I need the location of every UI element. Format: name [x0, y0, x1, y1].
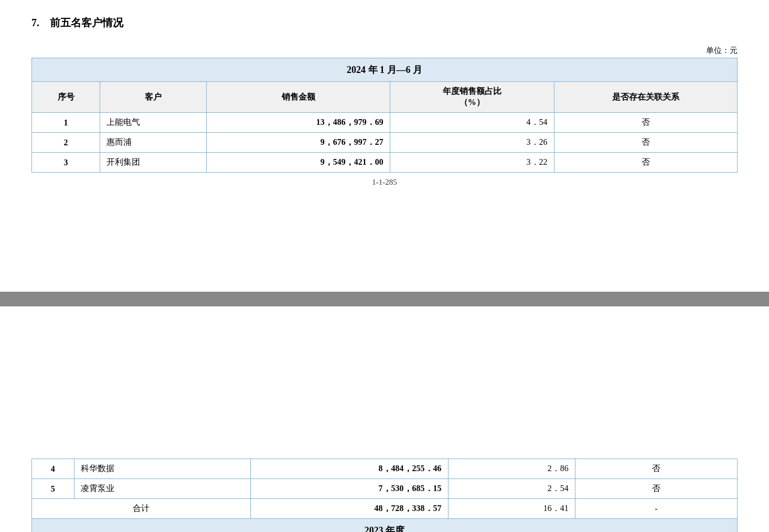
row3-amount: 9，549，421．00	[207, 153, 390, 173]
row1-relation: 否	[554, 113, 737, 133]
row2-relation: 否	[554, 133, 737, 153]
row4-pct: 2．86	[448, 459, 575, 479]
row4-relation: 否	[575, 459, 737, 479]
col-header-relation: 是否存在关联关系	[554, 82, 737, 113]
table-row: 2 惠而浦 9，676，997．27 3．26 否	[32, 133, 738, 153]
section-title: 7. 前五名客户情况	[31, 16, 738, 30]
period-header-row: 2024 年 1 月—6 月	[32, 58, 738, 82]
row1-customer: 上能电气	[100, 113, 207, 133]
page-container: 7. 前五名客户情况 单位：元 2024 年 1 月—6 月 序号 客户 销售金…	[0, 0, 769, 532]
page-indicator: 1-1-285	[31, 178, 738, 187]
table-row: 3 开利集团 9，549，421．00 3．22 否	[32, 153, 738, 173]
next-period-row: 2023 年度	[32, 519, 738, 533]
bottom-section: 4 科华数据 8，484，255．46 2．86 否 5 凌霄泵业 7，530，…	[31, 459, 738, 532]
col-header-num: 序号	[32, 82, 100, 113]
table-2024: 2024 年 1 月—6 月 序号 客户 销售金额 年度销售额占比（%） 是否存…	[31, 58, 738, 173]
table-row: 4 科华数据 8，484，255．46 2．86 否	[32, 459, 738, 479]
row4-customer: 科华数据	[74, 459, 250, 479]
row5-customer: 凌霄泵业	[74, 479, 250, 499]
row5-amount: 7，530，685．15	[250, 479, 448, 499]
row2-pct: 3．26	[390, 133, 554, 153]
row1-pct: 4．54	[390, 113, 554, 133]
next-period-label: 2023 年度	[32, 519, 738, 533]
row2-num: 2	[32, 133, 100, 153]
col-header-amount: 销售金额	[207, 82, 390, 113]
section-title-text: 前五名客户情况	[50, 16, 123, 30]
col-header-row: 序号 客户 销售金额 年度销售额占比（%） 是否存在关联关系	[32, 82, 738, 113]
row4-amount: 8，484，255．46	[250, 459, 448, 479]
row3-num: 3	[32, 153, 100, 173]
total-relation: -	[575, 499, 737, 519]
row5-num: 5	[32, 479, 74, 499]
row2-amount: 9，676，997．27	[207, 133, 390, 153]
row5-pct: 2．54	[448, 479, 575, 499]
total-row: 合计 48，728，338．57 16．41 -	[32, 499, 738, 519]
gray-divider	[0, 292, 769, 306]
spacer-middle	[31, 306, 738, 443]
total-label: 合计	[32, 499, 251, 519]
table-row: 5 凌霄泵业 7，530，685．15 2．54 否	[32, 479, 738, 499]
col-header-pct: 年度销售额占比（%）	[390, 82, 554, 113]
row2-customer: 惠而浦	[100, 133, 207, 153]
row3-pct: 3．22	[390, 153, 554, 173]
unit-label: 单位：元	[31, 46, 738, 56]
total-pct: 16．41	[448, 499, 575, 519]
spacer-top	[31, 187, 738, 292]
period-header: 2024 年 1 月—6 月	[32, 58, 738, 82]
row3-customer: 开利集团	[100, 153, 207, 173]
section-number: 7.	[31, 17, 39, 29]
row5-relation: 否	[575, 479, 737, 499]
table-bottom: 4 科华数据 8，484，255．46 2．86 否 5 凌霄泵业 7，530，…	[31, 459, 738, 532]
row1-amount: 13，486，979．69	[207, 113, 390, 133]
col-header-customer: 客户	[100, 82, 207, 113]
table-row: 1 上能电气 13，486，979．69 4．54 否	[32, 113, 738, 133]
row4-num: 4	[32, 459, 74, 479]
row1-num: 1	[32, 113, 100, 133]
total-amount: 48，728，338．57	[250, 499, 448, 519]
row3-relation: 否	[554, 153, 737, 173]
